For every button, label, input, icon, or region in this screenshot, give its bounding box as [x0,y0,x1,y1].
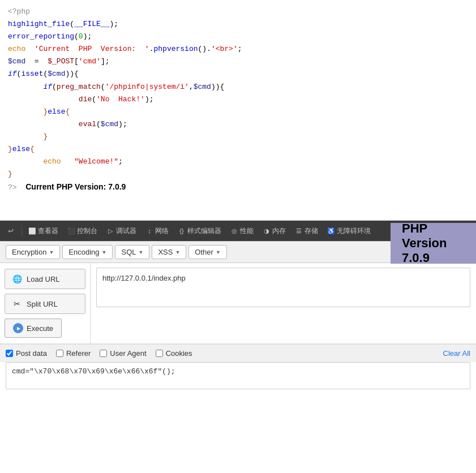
devtools-performance[interactable]: ◎ 性能 [226,224,258,238]
devtools-storage[interactable]: ☰ 存储 [291,224,322,238]
code-line-9: }else{ [8,106,468,118]
execute-button[interactable]: Execute [5,319,62,338]
devtools-debugger[interactable]: ▷ 调试器 [102,224,140,238]
code-line-2: highlight_file(__FILE__); [8,18,468,31]
sql-chevron-icon: ▼ [139,250,144,255]
storage-icon: ☰ [295,227,303,235]
hackbar-right-panel [91,263,476,343]
performance-icon: ◎ [230,227,238,235]
php-version-banner: PHP Version 7.0.9 [391,223,476,264]
code-line-8: die('No Hack!'); [8,93,468,106]
url-input[interactable] [96,268,470,307]
code-line-12: }else{ [8,143,468,156]
cookies-checkbox[interactable] [156,350,163,357]
load-url-button[interactable]: 🌐 Load URL [5,269,85,289]
hackbar-bottom-section [0,362,476,395]
post-data-checkbox-label[interactable]: Post data [6,349,47,358]
encoding-menu[interactable]: Encoding ▼ [62,245,113,259]
referer-checkbox[interactable] [56,350,63,357]
devtools-accessibility[interactable]: ♿ 无障碍环境 [323,224,375,238]
code-line-10: eval($cmd); [8,118,468,131]
code-line-14: } [8,168,468,180]
memory-icon: ◑ [263,227,271,235]
encryption-menu[interactable]: Encryption ▼ [6,245,60,259]
code-line-4: echo 'Current PHP Version: '.phpversion(… [8,43,468,55]
other-chevron-icon: ▼ [216,250,221,255]
split-url-button[interactable]: ✂ Split URL [5,294,85,314]
hackbar-left-panel: 🌐 Load URL ✂ Split URL Execute [0,263,91,343]
devtools-style-editor[interactable]: {} 样式编辑器 [174,224,225,238]
cmd-input[interactable] [6,363,470,389]
inspector-icon: ⬜ [28,227,36,235]
clear-all-button[interactable]: Clear All [443,349,470,358]
user-agent-checkbox[interactable] [100,350,107,357]
encoding-chevron-icon: ▼ [102,250,107,255]
network-icon: ↕ [145,227,153,235]
code-line-6: if(isset($cmd)){ [8,68,468,80]
code-line-11: } [8,131,468,143]
split-url-icon: ✂ [11,298,23,310]
code-line-1: <?php [8,6,468,18]
devtools-inspector[interactable]: ⬜ 查看器 [24,224,62,238]
code-line-5: $cmd = $_POST['cmd']; [8,55,468,68]
code-display: <?php highlight_file(__FILE__); error_re… [0,0,476,221]
code-line-15: ?> Current PHP Version: 7.0.9 [8,180,468,194]
encryption-chevron-icon: ▼ [49,250,54,255]
cookies-checkbox-label[interactable]: Cookies [156,349,192,358]
cmd-textarea-wrap [6,362,470,389]
style-editor-icon: {} [178,227,186,235]
xss-chevron-icon: ▼ [175,250,180,255]
hackbar-checkboxes-row: Post data Referer User Agent Cookies Cle… [0,344,476,362]
hackbar-main-content: 🌐 Load URL ✂ Split URL Execute [0,263,476,344]
devtools-separator-1 [22,225,22,236]
devtools-console[interactable]: ⬛ 控制台 [63,224,101,238]
code-line-13: echo "Welcome!"; [8,156,468,168]
other-menu[interactable]: Other ▼ [188,245,226,259]
execute-play-icon [13,323,23,333]
post-data-checkbox[interactable] [6,350,13,357]
accessibility-icon: ♿ [327,227,335,235]
console-icon: ⬛ [67,227,75,235]
devtools-memory[interactable]: ◑ 内存 [259,224,290,238]
code-line-3: error_reporting(0); [8,31,468,43]
php-code: <?php highlight_file(__FILE__); error_re… [0,0,476,221]
sql-menu[interactable]: SQL ▼ [115,245,149,259]
devtools-network[interactable]: ↕ 网络 [141,224,173,238]
code-line-7: if(preg_match('/phpinfo|system/i',$cmd))… [8,81,468,93]
user-agent-checkbox-label[interactable]: User Agent [100,349,146,358]
referer-checkbox-label[interactable]: Referer [56,349,91,358]
devtools-back-icon[interactable]: ↩ [2,222,19,239]
load-url-icon: 🌐 [11,273,23,285]
debugger-icon: ▷ [106,227,114,235]
xss-menu[interactable]: XSS ▼ [152,245,186,259]
